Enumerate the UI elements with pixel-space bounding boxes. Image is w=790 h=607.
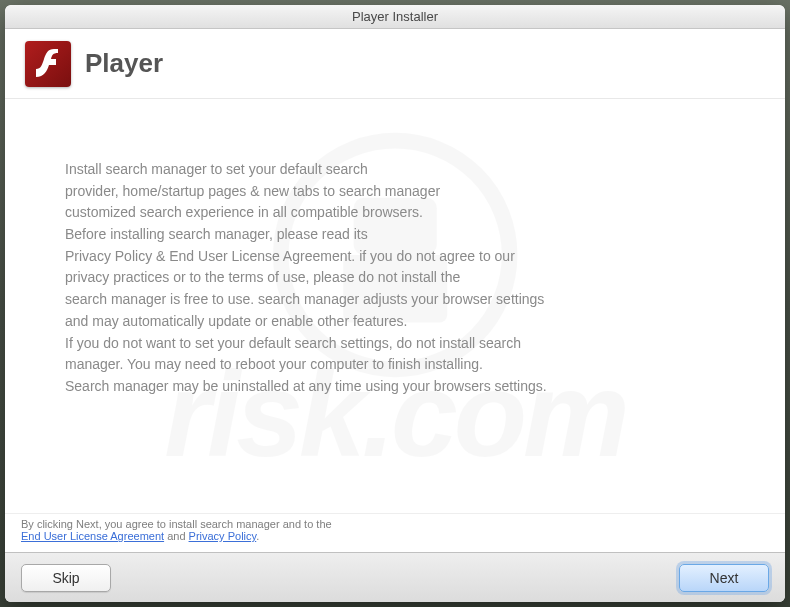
skip-button[interactable]: Skip xyxy=(21,564,111,592)
flash-player-icon xyxy=(25,41,71,87)
installer-window: Player Installer Player Install search m… xyxy=(5,5,785,602)
header: Player xyxy=(5,29,785,99)
disclaimer-line1: By clicking Next, you agree to install s… xyxy=(21,518,332,530)
app-name: Player xyxy=(85,48,163,79)
body-text: Install search manager to set your defau… xyxy=(65,159,725,398)
eula-link[interactable]: End User License Agreement xyxy=(21,530,164,542)
titlebar: Player Installer xyxy=(5,5,785,29)
disclaimer: By clicking Next, you agree to install s… xyxy=(5,513,785,552)
footer: Skip Next xyxy=(5,552,785,602)
window-title: Player Installer xyxy=(352,9,438,24)
disclaimer-dot: . xyxy=(256,530,259,542)
privacy-link[interactable]: Privacy Policy xyxy=(189,530,257,542)
next-button[interactable]: Next xyxy=(679,564,769,592)
content-area: Install search manager to set your defau… xyxy=(5,99,785,513)
disclaimer-and: and xyxy=(164,530,188,542)
